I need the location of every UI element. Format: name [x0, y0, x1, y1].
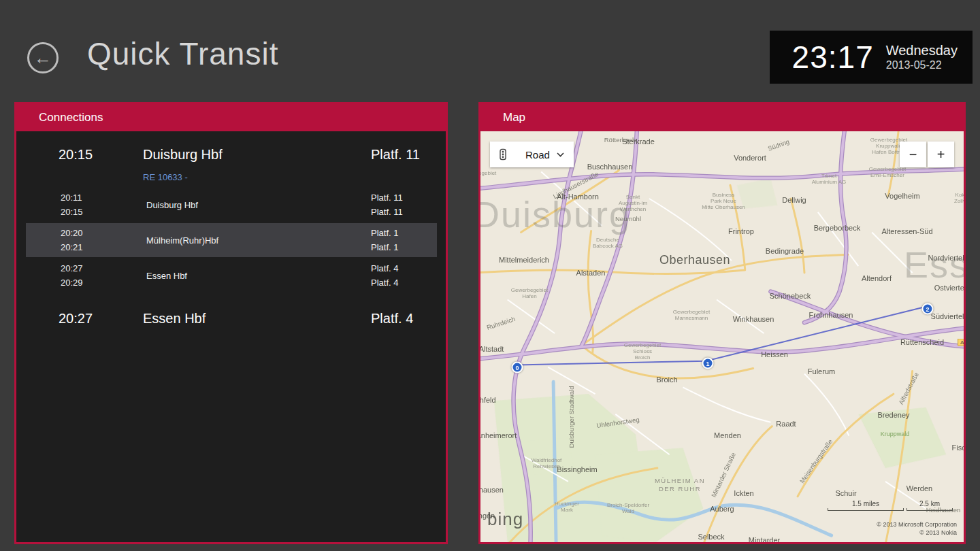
stop-row[interactable]: 20:2720:29 Essen Hbf Platf. 4Platf. 4: [26, 258, 437, 293]
clock-date: 2013-05-22: [886, 59, 958, 71]
scale-miles-bar: [828, 508, 904, 511]
map-style-label: Road: [525, 149, 550, 161]
clock-time: 23:17: [792, 39, 874, 76]
map-copyright: © 2013 Microsoft Corporation © 2013 Noki…: [877, 520, 957, 537]
map-scale: 1.5 miles 2.5 km: [828, 500, 953, 511]
connections-header: Connections: [16, 104, 446, 131]
route-marker[interactable]: 0: [512, 362, 523, 373]
traffic-light-icon: [497, 148, 509, 161]
back-arrow-icon: ←: [34, 48, 52, 69]
connections-panel: Connections 20:15 Duisburg Hbf Platf. 11…: [14, 102, 448, 544]
stop-row[interactable]: 20:1120:15 Duisburg Hbf Platf. 11Platf. …: [26, 188, 437, 222]
stop-station: Essen Hbf: [146, 271, 371, 281]
map-panel: Map: [478, 102, 966, 544]
stop-platforms: Platf. 1Platf. 1: [371, 226, 437, 254]
destination-station: Essen Hbf: [143, 311, 371, 327]
stop-station: Duisburg Hbf: [146, 200, 371, 210]
traffic-toggle-button[interactable]: [490, 141, 516, 167]
map-header: Map: [480, 104, 964, 131]
stop-row-selected[interactable]: 20:2020:21 Mülheim(Ruhr)Hbf Platf. 1Plat…: [26, 223, 437, 257]
destination-platform: Platf. 4: [371, 311, 446, 327]
scale-km-label: 2.5 km: [919, 500, 940, 507]
stop-times: 20:2020:21: [61, 226, 146, 254]
stop-times: 20:1120:15: [61, 190, 146, 219]
scale-km-bar: [906, 508, 953, 511]
destination-time: 20:27: [59, 311, 143, 327]
origin-time: 20:15: [59, 147, 143, 163]
route-marker[interactable]: 1: [702, 358, 714, 369]
page-title: Quick Transit: [87, 35, 278, 72]
route-marker[interactable]: 2: [922, 303, 934, 315]
origin-station: Duisburg Hbf: [143, 147, 371, 163]
app-screen: ← Quick Transit 23:17 Wednesday 2013-05-…: [0, 0, 980, 551]
clock-panel: 23:17 Wednesday 2013-05-22: [770, 31, 973, 84]
map-zoom-control: − +: [900, 141, 954, 167]
connection-destination-row: 20:27 Essen Hbf Platf. 4: [16, 302, 446, 335]
stop-times: 20:2720:29: [61, 261, 146, 290]
zoom-in-button[interactable]: +: [928, 141, 954, 167]
stop-platforms: Platf. 4Platf. 4: [371, 261, 437, 290]
connections-list: 20:15 Duisburg Hbf Platf. 11 RE 10633 - …: [16, 131, 446, 335]
scale-miles-label: 1.5 miles: [852, 500, 879, 507]
map-roads: [480, 131, 964, 542]
clock-day: Wednesday: [886, 42, 958, 59]
stop-platforms: Platf. 11Platf. 11: [371, 190, 437, 219]
map-style-dropdown[interactable]: Road: [516, 141, 574, 167]
bing-logo: bing: [487, 509, 523, 530]
map-style-control: Road: [490, 141, 574, 167]
map-canvas[interactable]: RötterbachSterkradeSüdringGewerbegebiet …: [480, 131, 964, 542]
origin-platform: Platf. 11: [371, 147, 446, 163]
chevron-down-icon: [557, 152, 564, 157]
back-button[interactable]: ←: [27, 42, 59, 73]
zoom-out-button[interactable]: −: [900, 141, 926, 167]
route-line: [517, 307, 924, 365]
connection-origin-row: 20:15 Duisburg Hbf Platf. 11: [16, 138, 446, 171]
train-link[interactable]: RE 10633 -: [16, 172, 446, 182]
stop-station: Mülheim(Ruhr)Hbf: [146, 235, 371, 246]
